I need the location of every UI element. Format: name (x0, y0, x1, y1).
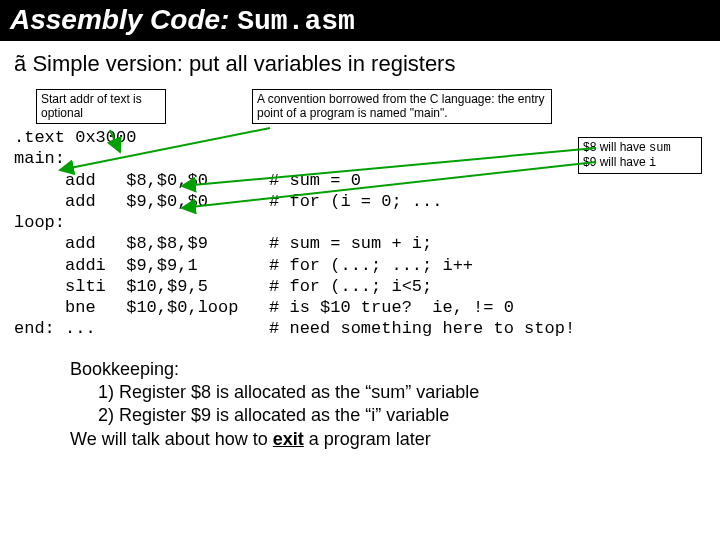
title-filename: Sum.asm (237, 6, 355, 37)
bookkeeping-exit-post: a program later (304, 429, 431, 449)
bookkeeping-block: Bookkeeping: 1) Register $8 is allocated… (70, 358, 706, 452)
code-text: .text 0x3000 main: add $8,$0,$0 # sum = … (14, 128, 575, 338)
bullet-line: ã Simple version: put all variables in r… (14, 51, 706, 77)
callout-convention: A convention borrowed from the C languag… (252, 89, 552, 124)
callout-convention-text: A convention borrowed from the C languag… (257, 92, 545, 120)
title-prefix: Assembly Code: (10, 4, 237, 35)
bookkeeping-exit: We will talk about how to exit a program… (70, 428, 706, 451)
bookkeeping-exit-pre: We will talk about how to (70, 429, 273, 449)
bullet-text: Simple version: put all variables in reg… (32, 51, 455, 76)
bookkeeping-l2: 2) Register $9 is allocated as the “i” v… (98, 404, 706, 427)
title-bar: Assembly Code: Sum.asm (0, 0, 720, 41)
bullet-marker: ã (14, 51, 26, 76)
bookkeeping-l1: 1) Register $8 is allocated as the “sum”… (98, 381, 706, 404)
callout-start-addr-text: Start addr of text is optional (41, 92, 142, 120)
code-block: .text 0x3000 main: add $8,$0,$0 # sum = … (14, 127, 706, 340)
bookkeeping-exit-word: exit (273, 429, 304, 449)
bookkeeping-head: Bookkeeping: (70, 358, 706, 381)
content-area: ã Simple version: put all variables in r… (0, 41, 720, 451)
callout-start-addr: Start addr of text is optional (36, 89, 166, 124)
